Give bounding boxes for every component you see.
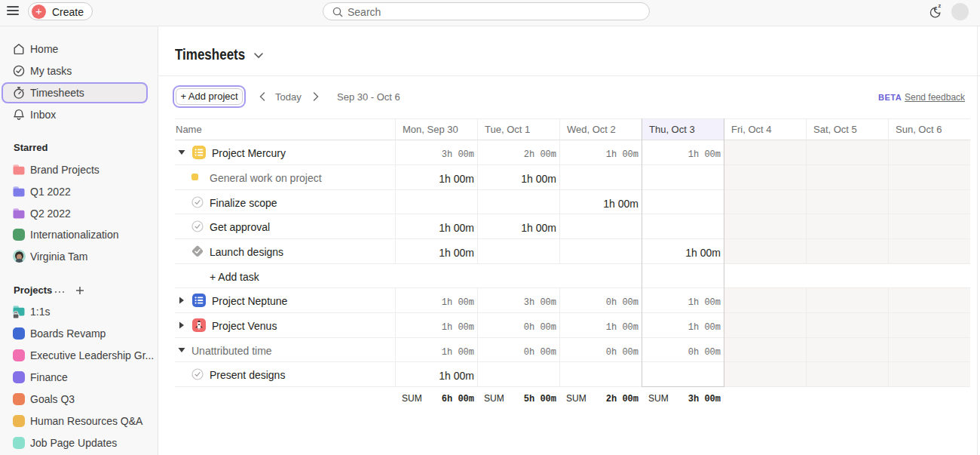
svg-text:z: z	[935, 5, 938, 11]
svg-text:z: z	[939, 3, 942, 9]
